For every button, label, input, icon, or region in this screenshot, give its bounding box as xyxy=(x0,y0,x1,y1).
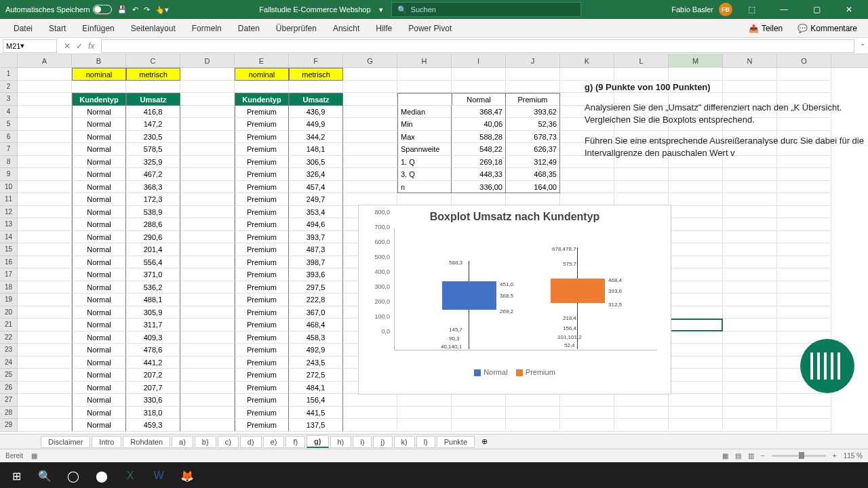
cell[interactable]: Normal xyxy=(72,181,126,194)
cell[interactable]: Normal xyxy=(72,369,126,382)
cell[interactable] xyxy=(777,407,831,420)
cell[interactable]: Normal xyxy=(72,281,126,294)
cell[interactable]: Normal xyxy=(72,407,126,420)
tab-daten[interactable]: Daten xyxy=(230,19,268,37)
cell[interactable]: Premium xyxy=(235,168,289,181)
cell[interactable]: Premium xyxy=(235,256,289,269)
cell[interactable]: Normal xyxy=(72,256,126,269)
cell[interactable] xyxy=(235,81,289,94)
cell[interactable] xyxy=(343,131,397,144)
col-header-L[interactable]: L xyxy=(614,54,669,68)
cell[interactable] xyxy=(343,118,397,131)
cell[interactable] xyxy=(560,394,614,407)
row-header[interactable]: 28 xyxy=(0,407,18,420)
sheet-tab[interactable]: l) xyxy=(416,436,435,448)
zoom-slider[interactable] xyxy=(772,455,826,457)
cell[interactable]: Premium xyxy=(235,118,289,131)
cell[interactable] xyxy=(723,369,777,382)
row-header[interactable]: 8 xyxy=(0,156,18,169)
cell[interactable]: Normal xyxy=(72,306,126,319)
cell[interactable] xyxy=(560,407,614,420)
cell[interactable]: Premium xyxy=(235,143,289,156)
cell[interactable] xyxy=(18,306,72,319)
cell[interactable] xyxy=(560,68,614,81)
sheet-tab[interactable]: Punkte xyxy=(437,436,475,448)
cell[interactable] xyxy=(777,256,831,269)
cell[interactable]: n xyxy=(397,181,452,194)
start-icon[interactable]: ⊞ xyxy=(3,462,30,488)
fx-icon[interactable]: fx xyxy=(88,41,94,51)
cell[interactable] xyxy=(777,218,831,231)
cell[interactable]: 201,4 xyxy=(126,243,180,256)
cell[interactable] xyxy=(397,81,452,94)
cell[interactable]: metrisch xyxy=(126,68,180,81)
tab-einfuegen[interactable]: Einfügen xyxy=(74,19,122,37)
cell[interactable] xyxy=(777,281,831,294)
tab-powerpivot[interactable]: Power Pivot xyxy=(400,19,460,37)
cell[interactable]: 478,6 xyxy=(126,344,180,357)
cell[interactable]: Normal xyxy=(72,268,126,281)
cell[interactable]: Premium xyxy=(235,281,289,294)
cell[interactable] xyxy=(560,168,614,181)
col-header-D[interactable]: D xyxy=(180,54,235,68)
addin-badge-icon[interactable] xyxy=(800,339,854,393)
cell[interactable] xyxy=(180,118,235,131)
cell[interactable] xyxy=(723,193,777,206)
cell[interactable]: Normal xyxy=(72,293,126,306)
cell[interactable] xyxy=(777,319,831,331)
cell[interactable] xyxy=(18,81,72,94)
cell[interactable] xyxy=(669,181,723,194)
cell[interactable] xyxy=(506,394,560,407)
zoom-out-icon[interactable]: − xyxy=(761,452,765,460)
cell[interactable] xyxy=(777,243,831,256)
cell[interactable]: Normal xyxy=(72,218,126,231)
worksheet[interactable]: ABCDEFGHIJKLMNO 1nominalmetrischnominalm… xyxy=(0,54,868,434)
row-header[interactable]: 4 xyxy=(0,106,18,119)
cell[interactable] xyxy=(180,407,235,420)
cell[interactable]: 468,35 xyxy=(506,168,560,181)
cell[interactable] xyxy=(723,231,777,244)
cell[interactable] xyxy=(777,419,831,432)
cell[interactable]: Premium xyxy=(235,156,289,169)
row-header[interactable]: 19 xyxy=(0,293,18,306)
boxplot-chart[interactable]: Boxplot Umsatz nach Kundentyp 0,0100,020… xyxy=(358,205,671,394)
cell[interactable]: Premium xyxy=(235,407,289,420)
cell[interactable] xyxy=(18,68,72,81)
cell[interactable] xyxy=(18,231,72,244)
share-button[interactable]: 📤 Teilen xyxy=(743,22,788,35)
cell[interactable] xyxy=(723,319,777,331)
cell[interactable]: Normal xyxy=(72,156,126,169)
cell[interactable]: 448,33 xyxy=(452,168,506,181)
cell[interactable] xyxy=(180,168,235,181)
cell[interactable] xyxy=(18,407,72,420)
cell[interactable]: 457,4 xyxy=(289,181,343,194)
cell[interactable] xyxy=(18,344,72,357)
cell[interactable] xyxy=(669,281,723,294)
cell[interactable] xyxy=(18,143,72,156)
cell[interactable]: Normal xyxy=(72,193,126,206)
cell[interactable]: 398,7 xyxy=(289,256,343,269)
cell[interactable] xyxy=(397,68,452,81)
cell[interactable] xyxy=(614,193,669,206)
cell[interactable] xyxy=(723,206,777,219)
cell[interactable]: Umsatz xyxy=(126,93,180,106)
cell[interactable]: 487,3 xyxy=(289,243,343,256)
cell[interactable]: 556,4 xyxy=(126,256,180,269)
cell[interactable] xyxy=(343,168,397,181)
cell[interactable]: Normal xyxy=(72,344,126,357)
cell[interactable] xyxy=(669,268,723,281)
cell[interactable] xyxy=(614,407,669,420)
cancel-icon[interactable]: ✕ xyxy=(64,41,71,51)
cell[interactable] xyxy=(180,419,235,432)
cell[interactable] xyxy=(723,357,777,369)
cell[interactable] xyxy=(777,168,831,181)
sheet-tab[interactable]: i) xyxy=(353,436,372,448)
cell[interactable]: 207,7 xyxy=(126,382,180,394)
cell[interactable] xyxy=(669,394,723,407)
col-header-O[interactable]: O xyxy=(777,54,831,68)
cell[interactable] xyxy=(614,394,669,407)
cell[interactable] xyxy=(506,81,560,94)
sheet-tab[interactable]: Disclaimer xyxy=(41,436,90,448)
cell[interactable] xyxy=(180,344,235,357)
cell[interactable] xyxy=(397,193,452,206)
